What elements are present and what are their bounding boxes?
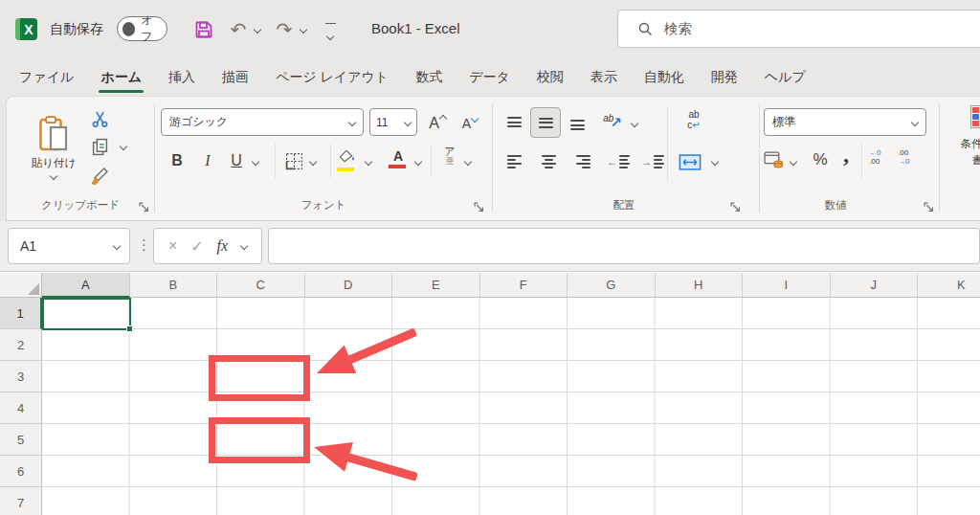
formula-bar-resize-dots-icon[interactable]: ⋮ <box>137 236 151 254</box>
row-header[interactable]: 7 <box>0 487 42 515</box>
row-header[interactable]: 5 <box>0 424 42 456</box>
undo-button[interactable]: ↶ <box>226 17 251 42</box>
bold-button[interactable]: B <box>165 146 189 175</box>
fx-dropdown-icon[interactable] <box>240 242 248 250</box>
merge-center-button[interactable] <box>678 151 702 172</box>
row-header[interactable]: 3 <box>0 361 42 392</box>
fill-color-button[interactable] <box>337 148 358 171</box>
column-header[interactable]: A <box>42 273 130 298</box>
column-header[interactable]: E <box>392 273 480 298</box>
column-header[interactable]: B <box>130 273 218 298</box>
bottom-align-icon <box>570 117 585 130</box>
sheet-grid[interactable] <box>42 298 980 515</box>
comma-style-button[interactable]: , <box>836 140 856 168</box>
align-left-button[interactable] <box>501 149 526 174</box>
align-right-button[interactable] <box>570 149 595 174</box>
increase-indent-button[interactable]: → <box>639 149 666 174</box>
cut-button[interactable] <box>88 107 111 130</box>
insert-function-icon[interactable]: fx <box>217 237 229 255</box>
format-painter-icon <box>91 168 109 186</box>
number-format-combo[interactable]: 標準 <box>764 108 926 136</box>
column-header[interactable]: K <box>918 273 980 298</box>
formula-input[interactable] <box>268 228 980 264</box>
customize-qat-button[interactable] <box>325 23 337 43</box>
borders-button[interactable] <box>283 150 304 171</box>
font-dialog-launcher[interactable] <box>474 199 485 211</box>
undo-dropdown-icon[interactable] <box>254 26 261 34</box>
row-header[interactable]: 6 <box>0 456 42 487</box>
phonetic-guide-button[interactable]: ア 亜 <box>440 146 459 166</box>
autosave-state: オフ <box>141 12 162 45</box>
ribbon-tab[interactable]: 開発 <box>698 59 751 96</box>
redo-dropdown-icon[interactable] <box>300 26 307 34</box>
bottom-align-button[interactable] <box>565 111 590 136</box>
excel-logo-icon[interactable]: X <box>15 18 37 40</box>
search-box[interactable]: 検索 <box>617 10 980 48</box>
orientation-arrow-icon: ↗ <box>610 114 622 131</box>
ribbon-tab[interactable]: ホーム <box>87 59 155 96</box>
ribbon-tab[interactable]: ヘルプ <box>751 59 819 96</box>
column-header[interactable]: D <box>305 273 393 298</box>
fill-handle[interactable] <box>126 325 133 332</box>
copy-button[interactable] <box>88 135 111 158</box>
paste-dropdown-icon <box>50 171 57 179</box>
ribbon-tab[interactable]: 校閲 <box>523 59 577 96</box>
align-right-icon <box>576 155 590 168</box>
column-header[interactable]: H <box>656 273 744 298</box>
accounting-format-button[interactable] <box>762 147 785 170</box>
search-placeholder: 検索 <box>664 20 692 38</box>
align-center-button[interactable] <box>536 149 561 174</box>
increase-decimal-button[interactable]: ←0 .00 <box>869 148 892 171</box>
selected-cell-outline[interactable] <box>42 298 131 330</box>
top-align-button[interactable] <box>501 111 526 136</box>
paste-clipboard-icon <box>39 115 68 153</box>
autosave-label: 自動保存 <box>50 21 103 38</box>
alignment-dialog-launcher[interactable] <box>730 199 742 211</box>
column-header[interactable]: J <box>831 273 919 298</box>
qat-more-chevron-icon <box>326 33 334 40</box>
underline-button[interactable]: U <box>224 146 249 175</box>
cancel-icon[interactable]: × <box>168 237 177 255</box>
orientation-button[interactable]: ab ↗ <box>599 109 626 136</box>
ribbon-tab[interactable]: 自動化 <box>631 59 698 96</box>
column-header[interactable]: F <box>480 273 568 298</box>
select-all-triangle-icon <box>28 283 39 295</box>
italic-button[interactable]: I <box>195 146 220 175</box>
percent-style-button[interactable]: % <box>808 146 833 174</box>
ribbon-tab[interactable]: 描画 <box>209 59 262 96</box>
decrease-indent-button[interactable]: ← <box>605 149 632 174</box>
ribbon-tab[interactable]: 挿入 <box>155 59 209 96</box>
column-header[interactable]: G <box>568 273 656 298</box>
paste-button[interactable]: 貼り付け <box>23 101 84 191</box>
clipboard-group-label: クリップボード <box>23 198 138 213</box>
select-all-corner[interactable] <box>0 273 42 298</box>
name-box[interactable]: A1 <box>8 228 130 264</box>
autosave-toggle[interactable]: オフ <box>117 16 167 41</box>
enter-check-icon[interactable]: ✓ <box>190 237 203 256</box>
middle-align-button-selected[interactable] <box>530 107 561 138</box>
format-painter-button[interactable] <box>88 165 111 188</box>
wrap-text-button[interactable]: ab c↵ <box>681 109 706 130</box>
row-header[interactable]: 2 <box>0 329 42 361</box>
font-color-button[interactable]: A <box>389 147 408 168</box>
font-size-combo[interactable]: 11 <box>369 108 417 136</box>
ribbon-tab[interactable]: 数式 <box>402 59 456 96</box>
ribbon-tab[interactable]: ページ レイアウト <box>262 59 402 96</box>
number-dialog-launcher[interactable] <box>924 199 935 211</box>
save-button[interactable] <box>191 17 216 42</box>
decrease-decimal-button[interactable]: .00 →0 <box>898 148 921 171</box>
row-header[interactable]: 1 <box>0 298 42 329</box>
dialog-launcher-icon <box>924 202 934 213</box>
column-header[interactable]: C <box>217 273 305 298</box>
column-header[interactable]: I <box>743 273 831 298</box>
clipboard-dialog-launcher[interactable] <box>139 199 150 211</box>
font-name-combo[interactable]: 游ゴシック <box>161 108 364 136</box>
ribbon-tab[interactable]: ファイル <box>6 59 87 96</box>
decrease-font-size-button[interactable]: A <box>457 111 483 136</box>
redo-button[interactable]: ↷ <box>272 17 297 42</box>
conditional-formatting-button[interactable]: 条件付き 書式 <box>949 105 980 168</box>
ribbon-tab[interactable]: 表示 <box>577 59 631 96</box>
ribbon-tab[interactable]: データ <box>456 59 523 96</box>
increase-font-size-button[interactable]: A <box>424 111 451 136</box>
row-header[interactable]: 4 <box>0 392 42 424</box>
